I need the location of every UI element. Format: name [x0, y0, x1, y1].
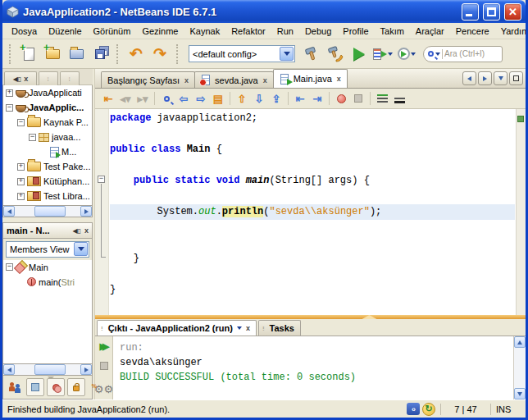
- shift-right-button[interactable]: ⇥: [309, 90, 325, 107]
- quick-search-box[interactable]: [423, 46, 503, 62]
- rerun-button[interactable]: ▶▶: [97, 339, 112, 354]
- back-button[interactable]: ◂▾: [117, 90, 134, 107]
- menu-item[interactable]: Gezinme: [136, 25, 184, 38]
- output-v-scrollbar[interactable]: [513, 336, 526, 399]
- tasks-tab[interactable]: ⁞ Tasks: [258, 320, 301, 336]
- close-icon[interactable]: x: [24, 75, 28, 83]
- menu-item[interactable]: Kaynak: [184, 25, 225, 38]
- show-non-public-button[interactable]: [67, 378, 85, 396]
- scrollbar-track[interactable]: [15, 364, 80, 375]
- code-line[interactable]: public static void main(String[] args) {: [110, 173, 515, 189]
- expander-icon[interactable]: −: [29, 134, 36, 141]
- code-line[interactable]: [110, 189, 515, 204]
- menu-item[interactable]: Pencere: [450, 25, 495, 38]
- expander-icon[interactable]: +: [17, 163, 25, 171]
- scroll-up-button[interactable]: [514, 336, 526, 348]
- dock-icon[interactable]: ◀▯: [13, 75, 22, 83]
- scrollbar-thumb[interactable]: [34, 364, 66, 375]
- panel-tab[interactable]: ⁞: [39, 71, 58, 85]
- output-tab[interactable]: ⁞ Çıktı - JavaApplication2 (run) x: [97, 320, 257, 336]
- scrollbar-thumb[interactable]: [34, 206, 66, 217]
- horizontal-splitter[interactable]: [95, 315, 526, 319]
- view-selector[interactable]: Members View: [6, 241, 89, 258]
- editor-tab[interactable]: Main.javax: [273, 69, 348, 88]
- menu-item[interactable]: Profile: [337, 25, 374, 38]
- scroll-down-button[interactable]: [514, 388, 526, 399]
- scrollbar-track[interactable]: [15, 206, 80, 217]
- update-center-icon[interactable]: ↻: [422, 403, 435, 416]
- panel-tab[interactable]: ⁞: [60, 71, 80, 85]
- tab-close-icon[interactable]: x: [184, 76, 189, 84]
- tree-item[interactable]: −JavaApplic...: [3, 100, 92, 115]
- chevron-down-icon[interactable]: [74, 242, 88, 256]
- tab-list-button[interactable]: [494, 71, 508, 85]
- code-line[interactable]: [110, 126, 515, 142]
- navigator-tree[interactable]: −Mainmain(Stri: [2, 260, 93, 364]
- tree-item[interactable]: +Kütüphan...: [3, 174, 92, 189]
- scroll-tabs-left-button[interactable]: [462, 71, 476, 85]
- menu-item[interactable]: Debug: [299, 25, 337, 38]
- scrollbar-track[interactable]: [514, 348, 526, 388]
- menu-item[interactable]: Takım: [375, 25, 410, 38]
- shift-left-button[interactable]: ⇤: [292, 90, 308, 107]
- code-line[interactable]: }: [110, 282, 515, 298]
- save-all-button[interactable]: [89, 43, 111, 65]
- chevron-down-icon[interactable]: [280, 47, 294, 61]
- code-line[interactable]: package javaapplication2;: [110, 111, 515, 126]
- expander-icon[interactable]: +: [17, 193, 25, 200]
- tree-item[interactable]: main(Stri: [3, 275, 92, 290]
- output-console[interactable]: run:sevda\aksüngerBUILD SUCCESSFUL (tota…: [113, 336, 513, 399]
- toggle-bookmark-button[interactable]: ⇪: [268, 90, 284, 107]
- code-line[interactable]: [110, 235, 515, 251]
- minimize-button[interactable]: [462, 3, 479, 21]
- scroll-left-button[interactable]: [3, 364, 15, 375]
- code-line[interactable]: [110, 267, 515, 282]
- menu-item[interactable]: Refaktor: [225, 25, 271, 38]
- find-previous-button[interactable]: ⇦: [175, 90, 192, 107]
- tree-item[interactable]: −javaa...: [3, 130, 92, 144]
- navigator-panel-header[interactable]: main - N... ◀▯ x: [2, 222, 93, 239]
- code-line[interactable]: [110, 158, 515, 173]
- chevron-down-icon[interactable]: [411, 52, 416, 56]
- tab-close-icon[interactable]: x: [337, 75, 341, 83]
- chevron-down-icon[interactable]: [388, 52, 393, 56]
- stop-macro-button[interactable]: [350, 90, 366, 107]
- code-line[interactable]: }: [110, 251, 515, 267]
- profile-button[interactable]: [396, 43, 417, 65]
- previous-bookmark-button[interactable]: ⇧: [234, 90, 250, 107]
- menu-item[interactable]: Yardım: [495, 25, 528, 38]
- navigator-h-scrollbar[interactable]: [2, 364, 93, 376]
- scroll-right-button[interactable]: [80, 206, 92, 217]
- tree-item[interactable]: +JavaApplicati: [3, 85, 92, 100]
- tree-item[interactable]: M...: [3, 144, 92, 159]
- projects-h-scrollbar[interactable]: [2, 206, 93, 217]
- open-project-button[interactable]: [66, 43, 87, 65]
- maximize-editor-button[interactable]: [509, 71, 523, 85]
- close-button[interactable]: ✕: [504, 3, 521, 21]
- toolbar-grip[interactable]: [116, 44, 120, 64]
- build-button[interactable]: [301, 43, 322, 65]
- code-line[interactable]: public class Main {: [110, 142, 515, 158]
- next-bookmark-button[interactable]: ⇩: [251, 90, 267, 107]
- chevron-down-icon[interactable]: [435, 52, 440, 56]
- scroll-right-button[interactable]: [80, 364, 92, 375]
- tree-item[interactable]: −Kaynak P...: [3, 115, 92, 130]
- tree-item[interactable]: +Test Pake...: [3, 159, 92, 174]
- projects-tree[interactable]: +JavaApplicati−JavaApplic...−Kaynak P...…: [2, 85, 93, 206]
- fold-collapse-icon[interactable]: −: [98, 176, 105, 183]
- search-input[interactable]: [444, 49, 490, 58]
- tree-item[interactable]: −Main: [3, 260, 92, 275]
- last-edit-location-button[interactable]: ⇤: [100, 90, 116, 107]
- menu-item[interactable]: Düzenle: [43, 25, 87, 38]
- dock-icon[interactable]: ◀▯: [72, 227, 81, 235]
- redo-button[interactable]: ↷: [149, 43, 171, 65]
- maximize-button[interactable]: [483, 3, 500, 21]
- debug-button[interactable]: [372, 43, 394, 65]
- scroll-tabs-right-button[interactable]: [478, 71, 492, 85]
- title-bar[interactable]: JavaApplication2 - NetBeans IDE 6.7.1 ✕: [2, 0, 526, 23]
- uncomment-button[interactable]: [391, 90, 407, 107]
- scroll-left-button[interactable]: [3, 206, 15, 217]
- close-icon[interactable]: x: [84, 227, 89, 235]
- menu-item[interactable]: Dosya: [6, 25, 43, 38]
- menu-item[interactable]: Araçlar: [410, 25, 450, 38]
